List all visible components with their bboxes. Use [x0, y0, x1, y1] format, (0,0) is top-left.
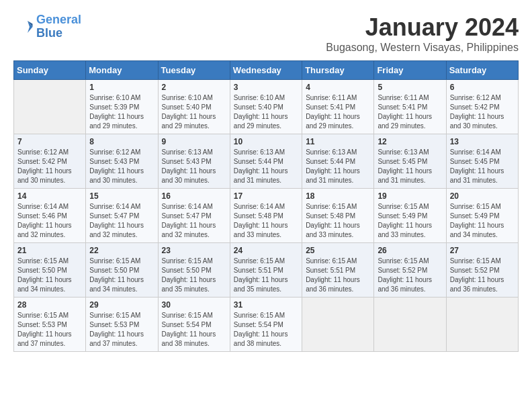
sunset-text: Sunset: 5:51 PM: [306, 266, 370, 275]
daylight-text: Daylight: 11 hours and 38 minutes.: [234, 330, 298, 349]
sunset-text: Sunset: 5:50 PM: [162, 266, 226, 275]
daylight-text: Daylight: 11 hours and 31 minutes.: [378, 167, 442, 185]
day-number: 2: [162, 83, 226, 92]
daylight-text: Daylight: 11 hours and 37 minutes.: [89, 330, 154, 349]
day-number: 1: [89, 83, 154, 92]
sunset-text: Sunset: 5:44 PM: [234, 157, 298, 167]
day-number: 24: [234, 246, 298, 255]
calendar-cell: 3 Sunrise: 6:10 AM Sunset: 5:40 PM Dayli…: [230, 80, 302, 134]
day-number: 19: [378, 191, 442, 201]
calendar-cell: 27 Sunrise: 6:15 AM Sunset: 5:52 PM Dayl…: [446, 243, 518, 298]
calendar-cell: 12 Sunrise: 6:13 AM Sunset: 5:45 PM Dayl…: [374, 134, 446, 189]
daylight-text: Daylight: 11 hours and 36 minutes.: [378, 275, 442, 294]
day-info: Sunrise: 6:11 AM Sunset: 5:41 PM Dayligh…: [306, 93, 370, 131]
calendar-cell: 9 Sunrise: 6:13 AM Sunset: 5:43 PM Dayli…: [158, 134, 230, 189]
day-number: 28: [17, 300, 82, 310]
calendar-cell: 2 Sunrise: 6:10 AM Sunset: 5:40 PM Dayli…: [158, 80, 230, 134]
sunset-text: Sunset: 5:50 PM: [89, 266, 154, 275]
daylight-text: Daylight: 11 hours and 36 minutes.: [306, 275, 370, 294]
daylight-text: Daylight: 11 hours and 37 minutes.: [17, 330, 82, 349]
day-info: Sunrise: 6:14 AM Sunset: 5:48 PM Dayligh…: [234, 202, 298, 240]
daylight-text: Daylight: 11 hours and 33 minutes.: [234, 221, 298, 240]
sunrise-text: Sunrise: 6:15 AM: [162, 257, 226, 266]
daylight-text: Daylight: 11 hours and 34 minutes.: [17, 275, 82, 294]
weekday-header: Thursday: [302, 61, 374, 80]
daylight-text: Daylight: 11 hours and 38 minutes.: [162, 330, 226, 349]
sunset-text: Sunset: 5:51 PM: [234, 266, 298, 275]
calendar-cell: 28 Sunrise: 6:15 AM Sunset: 5:53 PM Dayl…: [14, 298, 86, 352]
calendar-week-row: 1 Sunrise: 6:10 AM Sunset: 5:39 PM Dayli…: [14, 80, 519, 134]
weekday-header: Monday: [86, 61, 158, 80]
calendar-cell: 5 Sunrise: 6:11 AM Sunset: 5:41 PM Dayli…: [374, 80, 446, 134]
day-number: 14: [17, 191, 82, 201]
sunset-text: Sunset: 5:53 PM: [89, 320, 154, 330]
daylight-text: Daylight: 11 hours and 35 minutes.: [162, 275, 226, 294]
day-number: 29: [89, 300, 154, 310]
daylight-text: Daylight: 11 hours and 30 minutes.: [89, 167, 154, 185]
sunrise-text: Sunrise: 6:14 AM: [17, 202, 82, 212]
calendar-cell: 18 Sunrise: 6:15 AM Sunset: 5:48 PM Dayl…: [302, 189, 374, 243]
sunset-text: Sunset: 5:54 PM: [162, 320, 226, 330]
weekday-header: Sunday: [14, 61, 86, 80]
calendar-cell: 13 Sunrise: 6:14 AM Sunset: 5:45 PM Dayl…: [446, 134, 518, 189]
sunrise-text: Sunrise: 6:11 AM: [378, 93, 442, 103]
day-number: 10: [234, 137, 298, 146]
sunrise-text: Sunrise: 6:15 AM: [450, 202, 515, 212]
sunset-text: Sunset: 5:48 PM: [306, 212, 370, 221]
daylight-text: Daylight: 11 hours and 29 minutes.: [162, 112, 226, 131]
sunset-text: Sunset: 5:50 PM: [17, 266, 82, 275]
calendar-cell: 17 Sunrise: 6:14 AM Sunset: 5:48 PM Dayl…: [230, 189, 302, 243]
day-info: Sunrise: 6:11 AM Sunset: 5:41 PM Dayligh…: [378, 93, 442, 131]
calendar-week-row: 14 Sunrise: 6:14 AM Sunset: 5:46 PM Dayl…: [14, 189, 519, 243]
daylight-text: Daylight: 11 hours and 36 minutes.: [450, 275, 515, 294]
calendar-cell: 14 Sunrise: 6:14 AM Sunset: 5:46 PM Dayl…: [14, 189, 86, 243]
day-number: 18: [306, 191, 370, 201]
sunset-text: Sunset: 5:53 PM: [17, 320, 82, 330]
sunrise-text: Sunrise: 6:10 AM: [234, 93, 298, 103]
sunrise-text: Sunrise: 6:13 AM: [378, 148, 442, 157]
day-number: 15: [89, 191, 154, 201]
sunrise-text: Sunrise: 6:10 AM: [162, 93, 226, 103]
day-number: 13: [450, 137, 515, 146]
day-number: 16: [162, 191, 226, 201]
day-number: 20: [450, 191, 515, 201]
day-number: 26: [378, 246, 442, 255]
sunset-text: Sunset: 5:52 PM: [378, 266, 442, 275]
daylight-text: Daylight: 11 hours and 35 minutes.: [234, 275, 298, 294]
calendar-cell: 4 Sunrise: 6:11 AM Sunset: 5:41 PM Dayli…: [302, 80, 374, 134]
daylight-text: Daylight: 11 hours and 30 minutes.: [450, 112, 515, 131]
day-info: Sunrise: 6:15 AM Sunset: 5:49 PM Dayligh…: [378, 202, 442, 240]
day-number: 6: [450, 83, 515, 92]
day-number: 25: [306, 246, 370, 255]
sunrise-text: Sunrise: 6:14 AM: [234, 202, 298, 212]
day-info: Sunrise: 6:15 AM Sunset: 5:54 PM Dayligh…: [162, 311, 226, 349]
calendar-cell: 25 Sunrise: 6:15 AM Sunset: 5:51 PM Dayl…: [302, 243, 374, 298]
day-info: Sunrise: 6:15 AM Sunset: 5:51 PM Dayligh…: [306, 257, 370, 294]
day-info: Sunrise: 6:13 AM Sunset: 5:44 PM Dayligh…: [306, 148, 370, 185]
logo-line2: Blue: [36, 26, 62, 40]
day-info: Sunrise: 6:15 AM Sunset: 5:53 PM Dayligh…: [17, 311, 82, 349]
sunset-text: Sunset: 5:42 PM: [450, 103, 515, 112]
calendar-cell: 11 Sunrise: 6:13 AM Sunset: 5:44 PM Dayl…: [302, 134, 374, 189]
calendar-cell: 31 Sunrise: 6:15 AM Sunset: 5:54 PM Dayl…: [230, 298, 302, 352]
calendar-cell: 10 Sunrise: 6:13 AM Sunset: 5:44 PM Dayl…: [230, 134, 302, 189]
day-number: 4: [306, 83, 370, 92]
day-info: Sunrise: 6:13 AM Sunset: 5:43 PM Dayligh…: [162, 148, 226, 185]
sunset-text: Sunset: 5:54 PM: [234, 320, 298, 330]
sunrise-text: Sunrise: 6:12 AM: [450, 93, 515, 103]
day-number: 11: [306, 137, 370, 146]
day-number: 8: [89, 137, 154, 146]
sunrise-text: Sunrise: 6:15 AM: [306, 202, 370, 212]
calendar-cell: 23 Sunrise: 6:15 AM Sunset: 5:50 PM Dayl…: [158, 243, 230, 298]
daylight-text: Daylight: 11 hours and 32 minutes.: [89, 221, 154, 240]
sunset-text: Sunset: 5:41 PM: [378, 103, 442, 112]
daylight-text: Daylight: 11 hours and 31 minutes.: [234, 167, 298, 185]
sunrise-text: Sunrise: 6:15 AM: [450, 257, 515, 266]
day-info: Sunrise: 6:15 AM Sunset: 5:50 PM Dayligh…: [89, 257, 154, 294]
day-info: Sunrise: 6:12 AM Sunset: 5:43 PM Dayligh…: [89, 148, 154, 185]
day-info: Sunrise: 6:15 AM Sunset: 5:52 PM Dayligh…: [450, 257, 515, 294]
sunset-text: Sunset: 5:47 PM: [162, 212, 226, 221]
logo-line1: General: [36, 13, 81, 26]
day-info: Sunrise: 6:14 AM Sunset: 5:47 PM Dayligh…: [162, 202, 226, 240]
sunrise-text: Sunrise: 6:12 AM: [89, 148, 154, 157]
